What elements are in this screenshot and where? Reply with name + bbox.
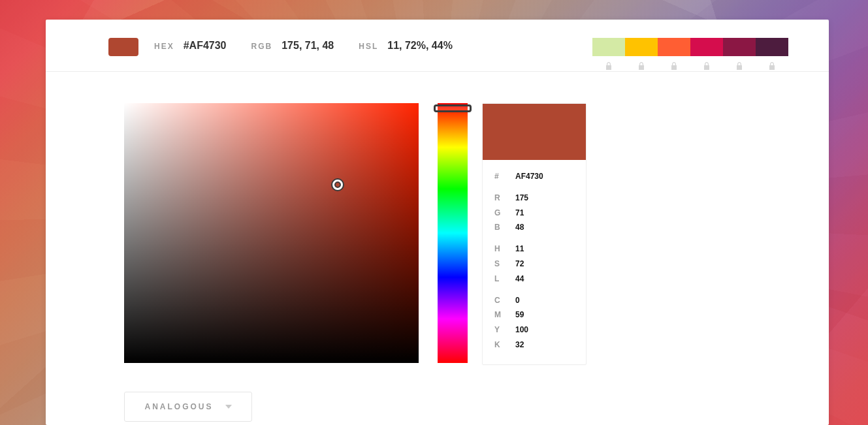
hex-value[interactable]: #AF4730: [184, 40, 227, 52]
selected-color-swatch[interactable]: [108, 38, 138, 56]
saturation-value-picker[interactable]: [124, 103, 419, 363]
info-m-key: M: [494, 307, 504, 323]
header-bar: HEX #AF4730 RGB 175, 71, 48 HSL 11, 72%,…: [46, 20, 829, 72]
info-hex-key: #: [494, 169, 504, 184]
info-k-key: K: [494, 338, 504, 353]
sv-cursor[interactable]: [332, 180, 343, 190]
lock-icon[interactable]: [658, 60, 690, 72]
info-y-key: Y: [494, 323, 504, 338]
hsl-value[interactable]: 11, 72%, 44%: [387, 40, 453, 52]
info-k-value[interactable]: 32: [515, 338, 524, 353]
lock-icon[interactable]: [723, 60, 756, 72]
palette-locks: [592, 60, 788, 72]
info-l-value[interactable]: 44: [515, 272, 524, 287]
info-r-key: R: [494, 191, 504, 206]
color-readout: HEX #AF4730 RGB 175, 71, 48 HSL 11, 72%,…: [154, 40, 453, 52]
info-b-value[interactable]: 48: [515, 220, 524, 235]
palette-swatches: [592, 38, 788, 56]
lock-icon[interactable]: [756, 60, 788, 72]
hex-label: HEX: [154, 42, 174, 51]
palette: [592, 38, 788, 72]
info-body: #AF4730 R175 G71 B48 H11 S72 L44 C0 M59 …: [483, 160, 586, 364]
rgb-value[interactable]: 175, 71, 48: [281, 40, 334, 52]
info-swatch: [483, 104, 586, 160]
lock-icon[interactable]: [592, 60, 625, 72]
lock-icon[interactable]: [690, 60, 723, 72]
color-info-panel: #AF4730 R175 G71 B48 H11 S72 L44 C0 M59 …: [482, 103, 587, 365]
info-r-value[interactable]: 175: [515, 191, 528, 206]
info-hex-value[interactable]: AF4730: [515, 169, 543, 184]
palette-swatch-1[interactable]: [592, 38, 625, 56]
info-s-value[interactable]: 72: [515, 257, 524, 272]
info-h-key: H: [494, 242, 504, 257]
color-tool-card: HEX #AF4730 RGB 175, 71, 48 HSL 11, 72%,…: [46, 20, 829, 425]
palette-swatch-6[interactable]: [756, 38, 788, 56]
palette-swatch-3[interactable]: [658, 38, 690, 56]
info-h-value[interactable]: 11: [515, 242, 524, 257]
info-g-value[interactable]: 71: [515, 206, 524, 221]
palette-swatch-2[interactable]: [625, 38, 658, 56]
palette-swatch-5[interactable]: [723, 38, 756, 56]
info-b-key: B: [494, 220, 504, 235]
info-c-key: C: [494, 293, 504, 308]
body: #AF4730 R175 G71 B48 H11 S72 L44 C0 M59 …: [46, 72, 829, 425]
rgb-label: RGB: [251, 42, 273, 51]
scheme-label: ANALOGOUS: [145, 402, 214, 411]
caret-down-icon: [225, 405, 232, 409]
hue-slider[interactable]: [438, 103, 468, 363]
info-g-key: G: [494, 206, 504, 221]
hsl-label: HSL: [359, 42, 378, 51]
color-scheme-select[interactable]: ANALOGOUS: [124, 392, 252, 422]
info-c-value[interactable]: 0: [515, 293, 520, 308]
info-y-value[interactable]: 100: [515, 323, 528, 338]
palette-swatch-4[interactable]: [690, 38, 723, 56]
info-s-key: S: [494, 257, 504, 272]
info-l-key: L: [494, 272, 504, 287]
info-m-value[interactable]: 59: [515, 307, 524, 323]
hue-cursor[interactable]: [434, 104, 472, 112]
lock-icon[interactable]: [625, 60, 658, 72]
